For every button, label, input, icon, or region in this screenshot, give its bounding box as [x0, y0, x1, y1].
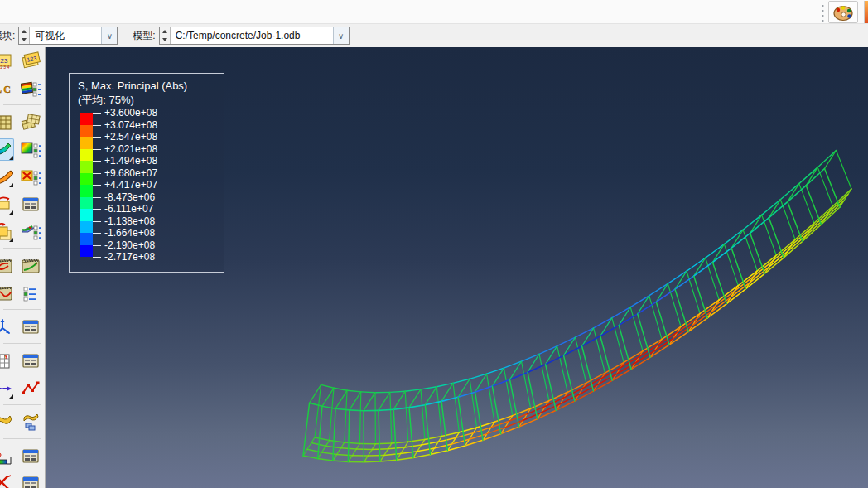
- flyout-indicator: [9, 238, 13, 242]
- legend-tick: [93, 161, 101, 162]
- toolbox-row: [0, 136, 45, 163]
- delete-result-icon: [21, 167, 41, 187]
- animate-time-history-icon: [21, 256, 41, 276]
- toolbox-row: [0, 313, 45, 341]
- overlay-plot-options-icon: [21, 222, 41, 242]
- legend-band: [80, 209, 93, 221]
- data-table-button[interactable]: [0, 111, 14, 133]
- legend-tick-label: +3.074e+08: [104, 120, 157, 131]
- toolbox-group-divider: [3, 404, 41, 405]
- color-code-palette-button[interactable]: [828, 1, 858, 23]
- spin-down-button[interactable]: [19, 36, 29, 45]
- toolbox-group-divider: [3, 343, 41, 344]
- frame-list-icon: 123: [21, 51, 41, 71]
- result-options-button[interactable]: [20, 193, 41, 215]
- result-options-icon: [21, 195, 41, 215]
- viewport-canvas[interactable]: S, Max. Principal (Abs) (平均: 75%) +3.600…: [46, 47, 868, 488]
- legend-tick: [93, 125, 101, 126]
- legend-tick: [93, 257, 101, 258]
- legend-band: [80, 161, 93, 173]
- activate-cut-button[interactable]: [0, 472, 14, 488]
- legend-tick: [93, 197, 101, 198]
- animate-harmonic-button[interactable]: [0, 282, 14, 304]
- legend-band: [80, 137, 93, 149]
- spin-down-button[interactable]: [160, 36, 170, 45]
- plot-contours-button[interactable]: [0, 138, 14, 161]
- frame-counter-icon: 1231 2 3 4: [0, 51, 13, 71]
- animate-harmonic-icon: [0, 283, 13, 303]
- svg-text:123: 123: [0, 57, 8, 65]
- frame-counter-button[interactable]: 1231 2 3 4: [0, 50, 14, 72]
- xy-axes-icon: [0, 317, 13, 337]
- abaqus-viewer-window: 模块: 可视化 ∨ 模型: C:/Temp/concrete/Job-1.odb: [0, 0, 868, 488]
- toolbox-row: [0, 109, 45, 136]
- spin-up-button[interactable]: [19, 27, 29, 36]
- clipped-toolbar-icon[interactable]: [864, 1, 868, 23]
- free-body-options-icon: [21, 413, 41, 432]
- animation-options-button[interactable]: [20, 282, 41, 304]
- legend-tick-label: +3.600e+08: [104, 108, 157, 118]
- animate-scale-factor-button[interactable]: [0, 254, 14, 277]
- view-cut-options-button[interactable]: [20, 445, 41, 467]
- contour-options-button[interactable]: [20, 138, 41, 161]
- toolbox-row: [0, 470, 45, 488]
- legend-tick: [93, 233, 101, 234]
- legend-tick-label: +2.021e+08: [104, 144, 157, 155]
- plot-undeformed-shape-button[interactable]: [0, 193, 14, 215]
- contour-options-icon: [21, 140, 41, 160]
- toolbar-strip: [0, 0, 868, 24]
- legend-band: [80, 221, 93, 234]
- xy-data-table-icon: Y: [0, 351, 13, 371]
- cut-manager-button[interactable]: [20, 472, 41, 488]
- legend-band: [80, 233, 93, 245]
- svg-text:L C: L C: [0, 84, 11, 95]
- xy-options-dialog-button[interactable]: [20, 316, 41, 338]
- module-dropdown-arrow[interactable]: ∨: [101, 27, 117, 44]
- toolbar-grip-handle[interactable]: [821, 3, 825, 22]
- flyout-indicator: [9, 156, 13, 160]
- copy-plot-button[interactable]: [0, 220, 14, 243]
- free-body-cut-button[interactable]: [0, 411, 14, 433]
- legend-band: [80, 245, 93, 258]
- legend-band: [80, 113, 93, 125]
- model-value: C:/Temp/concrete/Job-1.odb: [171, 27, 333, 44]
- toolbox-row: [0, 374, 45, 402]
- toolbox-row: [0, 408, 45, 436]
- legend-average-threshold: (平均: 75%): [78, 93, 217, 107]
- legend-tick: [93, 209, 101, 210]
- overlay-plot-options-button[interactable]: [20, 220, 41, 243]
- section-point-button[interactable]: L C: [0, 77, 14, 99]
- toolbox-row: [0, 442, 45, 470]
- odb-legend-book-button[interactable]: [20, 77, 41, 99]
- model-dropdown-arrow[interactable]: ∨: [333, 27, 349, 44]
- free-body-cut-icon: [0, 413, 13, 432]
- free-body-options-button[interactable]: [20, 411, 41, 433]
- xy-plot-icon: [21, 379, 41, 399]
- xy-data-table-button[interactable]: Y: [0, 350, 14, 372]
- toolbox-row: Y: [0, 347, 45, 374]
- frame-list-button[interactable]: 123: [20, 50, 41, 72]
- xy-axes-button[interactable]: [0, 316, 14, 338]
- view-cut-spectrum-button[interactable]: [0, 445, 14, 467]
- legend-tick-label: -2.717e+08: [104, 252, 155, 263]
- data-table-fan-button[interactable]: [20, 111, 41, 133]
- legend-tick-label: +4.417e+07: [104, 180, 157, 191]
- model-combobox[interactable]: C:/Temp/concrete/Job-1.odb ∨: [159, 27, 350, 45]
- xy-plot-button[interactable]: [20, 377, 41, 399]
- legend-title: S, Max. Principal (Abs): [78, 79, 217, 93]
- xy-table-options-button[interactable]: [20, 350, 41, 372]
- visualization-toolbox: 1231 2 3 4123L CY: [0, 47, 46, 488]
- legend-tick-label: -6.111e+07: [104, 204, 153, 215]
- module-combobox[interactable]: 可视化 ∨: [18, 27, 118, 45]
- legend-tick: [93, 245, 101, 246]
- delete-result-button[interactable]: [20, 166, 41, 188]
- legend-tick: [93, 173, 101, 174]
- context-toolbar: 模块: 可视化 ∨ 模型: C:/Temp/concrete/Job-1.odb: [0, 0, 868, 47]
- spin-up-button[interactable]: [160, 27, 170, 36]
- path-button[interactable]: [0, 377, 14, 399]
- plot-deformed-shape-button[interactable]: [0, 166, 14, 188]
- activate-cut-icon: [0, 474, 13, 488]
- legend-band: [80, 185, 93, 197]
- legend-tick: [93, 137, 101, 138]
- animate-time-history-button[interactable]: [20, 254, 41, 277]
